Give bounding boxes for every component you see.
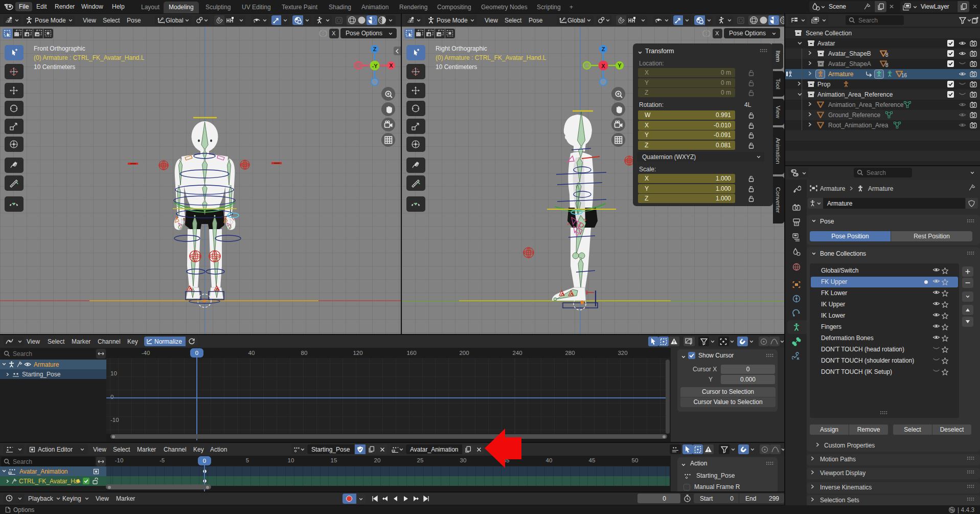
svg-text:-Y: -Y xyxy=(372,63,378,69)
svg-text:X: X xyxy=(389,62,393,69)
svg-text:Y: Y xyxy=(618,62,622,69)
svg-text:Z: Z xyxy=(373,46,377,52)
svg-text:X: X xyxy=(601,63,605,69)
svg-text:Z: Z xyxy=(602,46,605,52)
